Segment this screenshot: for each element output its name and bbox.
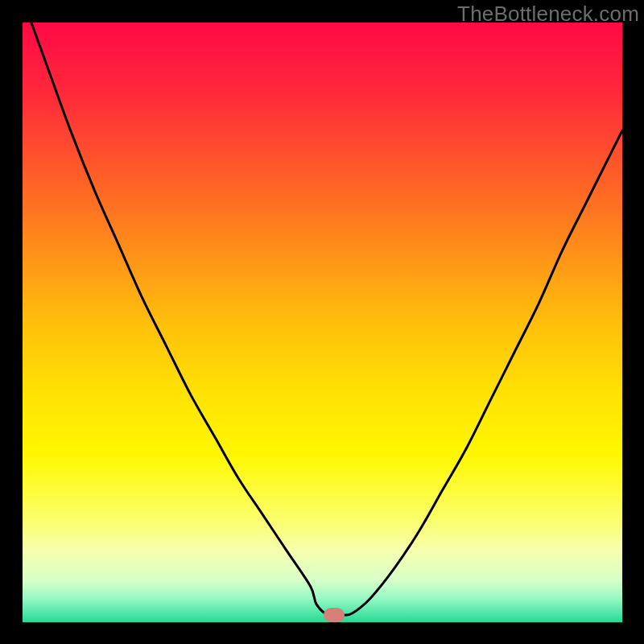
watermark-text: TheBottleneck.com — [457, 2, 639, 27]
result-marker — [324, 608, 345, 622]
curve-line — [23, 23, 622, 622]
plot-area — [23, 23, 622, 622]
